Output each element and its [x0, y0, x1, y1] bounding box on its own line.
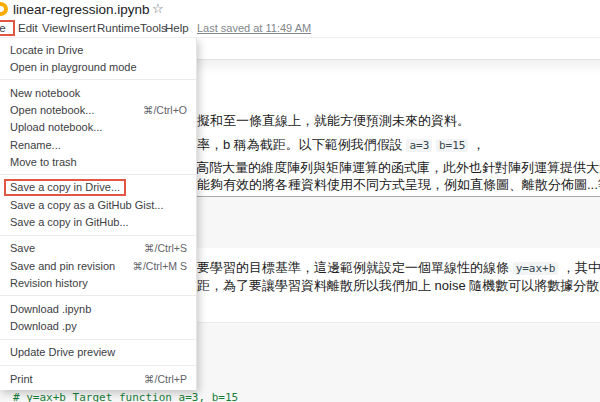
- menu-divider: [0, 174, 196, 175]
- menu-tools[interactable]: Tools: [140, 22, 167, 34]
- menu-item-label: Rename...: [10, 139, 61, 151]
- menubar: File Edit View Insert Runtime Tools Help…: [0, 19, 600, 38]
- menu-item-shortcut: ⌘/Ctrl+P: [144, 373, 187, 385]
- star-icon[interactable]: ☆: [152, 1, 164, 16]
- menu-divider: [0, 295, 196, 296]
- markdown-text: ，其中 x 為 input; y 為 ou: [562, 260, 600, 275]
- menu-file[interactable]: File: [0, 22, 6, 34]
- notebook-title[interactable]: linear-regression.ipynb: [13, 2, 150, 17]
- menu-item-save-a-copy-in-drive[interactable]: Save a copy in Drive...: [0, 179, 196, 196]
- menu-item-upload-notebook[interactable]: Upload notebook...: [0, 119, 196, 136]
- menu-item-open-in-playground-mode[interactable]: Open in playground mode: [0, 58, 196, 75]
- menu-item-label: Download .py: [10, 320, 77, 332]
- last-saved-link[interactable]: Last saved at 11:49 AM: [197, 22, 311, 34]
- markdown-line-2: 率，b 稱為截距。以下範例我們假設 a=3 b=15 ，: [197, 136, 485, 154]
- menu-item-save-a-copy-in-github[interactable]: Save a copy in GitHub...: [0, 214, 196, 231]
- colab-logo-icon: [0, 2, 8, 16]
- menu-item-label: Open notebook...: [10, 104, 94, 116]
- menu-item-label: Download .ipynb: [10, 303, 91, 315]
- menu-item-update-drive-preview[interactable]: Update Drive preview: [0, 344, 196, 361]
- menu-item-new-notebook[interactable]: New notebook: [0, 84, 196, 101]
- menu-item-save-a-copy-as-github-gist[interactable]: Save a copy as a GitHub Gist...: [0, 197, 196, 214]
- menu-insert[interactable]: Insert: [67, 22, 96, 34]
- menu-item-locate-in-drive[interactable]: Locate in Drive: [0, 41, 196, 58]
- menu-item-label: New notebook: [10, 87, 80, 99]
- colab-window: 擬和至一條直線上，就能方便預測未來的資料。 率，b 稱為截距。以下範例我們假設 …: [0, 0, 600, 402]
- menu-item-download-ipynb[interactable]: Download .ipynb: [0, 300, 196, 317]
- file-dropdown-menu: Locate in Drive Open in playground mode …: [0, 38, 197, 390]
- markdown-line-1: 擬和至一條直線上，就能方便預測未來的資料。: [197, 112, 470, 130]
- menu-divider: [0, 365, 196, 366]
- title-row: linear-regression.ipynb ☆: [0, 0, 600, 19]
- menu-item-label: Save: [10, 242, 35, 254]
- menu-divider: [0, 79, 196, 80]
- markdown-line-4: 能夠有效的將各種資料使用不同方式呈現，例如直條圖、離散分佈圖...等: [197, 176, 600, 194]
- menu-item-label: Upload notebook...: [10, 121, 102, 133]
- markdown-text: 距，為了要讓學習資料離散所以我們加上 noise 隨機數可以將數據分散。最後我們…: [197, 278, 600, 293]
- inline-code: a=3: [406, 139, 432, 152]
- menu-item-print[interactable]: Print ⌘/Ctrl+P: [0, 370, 196, 387]
- menu-help[interactable]: Help: [165, 22, 189, 34]
- menu-item-label: Move to trash: [10, 156, 77, 168]
- menu-item-open-notebook[interactable]: Open notebook... ⌘/Ctrl+O: [0, 102, 196, 119]
- menu-runtime[interactable]: Runtime: [97, 22, 140, 34]
- markdown-text: 能夠有效的將各種資料使用不同方式呈現，例如直條圖、離散分佈圖...等: [197, 177, 600, 192]
- code-comment: # y=ax+b Target function a=3, b=15: [13, 391, 238, 402]
- menu-item-move-to-trash[interactable]: Move to trash: [0, 153, 196, 170]
- header: linear-regression.ipynb ☆ File Edit View…: [0, 0, 600, 38]
- menu-divider: [0, 339, 196, 340]
- menu-item-rename[interactable]: Rename...: [0, 136, 196, 153]
- menu-item-shortcut: ⌘/Ctrl+M S: [132, 260, 187, 272]
- markdown-text: ，: [472, 137, 485, 152]
- menu-item-label: Update Drive preview: [10, 346, 115, 358]
- menu-item-revision-history[interactable]: Revision history: [0, 274, 196, 291]
- markdown-text: 率，b 稱為截距。以下範例我們假設: [197, 137, 406, 152]
- menu-item-shortcut: ⌘/Ctrl+O: [143, 104, 187, 116]
- menu-item-label: Locate in Drive: [10, 44, 83, 56]
- save-copy-annotation-box: Save a copy in Drive...: [4, 179, 126, 196]
- menu-item-label: Save a copy as a GitHub Gist...: [10, 199, 163, 211]
- menu-edit[interactable]: Edit: [18, 22, 38, 34]
- markdown-line-5: 要學習的目標基準，這邊範例就設定一個單線性的線條 y=ax+b ，其中 x 為 …: [197, 259, 600, 277]
- markdown-text: 要學習的目標基準，這邊範例就設定一個單線性的線條: [197, 260, 513, 275]
- markdown-line-6: 距，為了要讓學習資料離散所以我們加上 noise 隨機數可以將數據分散。最後我們…: [197, 277, 600, 295]
- menu-item-label: Save and pin revision: [10, 260, 115, 272]
- inline-code: y=ax+b: [513, 262, 559, 275]
- menu-item-label: Revision history: [10, 277, 88, 289]
- markdown-text: 擬和至一條直線上，就能方便預測未來的資料。: [197, 113, 470, 128]
- markdown-line-3: 高階大量的維度陣列與矩陣運算的函式庫，此外也針對陣列運算提供大量的數學函式。另: [196, 159, 600, 177]
- menu-view[interactable]: View: [42, 22, 67, 34]
- menu-item-shortcut: ⌘/Ctrl+S: [144, 242, 187, 254]
- menu-item-save[interactable]: Save ⌘/Ctrl+S: [0, 240, 196, 257]
- inline-code: b=15: [436, 139, 469, 152]
- menu-item-label: Open in playground mode: [10, 61, 137, 73]
- menu-divider: [0, 235, 196, 236]
- menu-item-save-and-pin-revision[interactable]: Save and pin revision ⌘/Ctrl+M S: [0, 257, 196, 274]
- markdown-text: 高階大量的維度陣列與矩陣運算的函式庫，此外也針對陣列運算提供大量的數學函式。另: [196, 160, 600, 175]
- menu-item-label: Print: [10, 373, 33, 385]
- menu-item-label: Save a copy in GitHub...: [10, 216, 129, 228]
- menu-item-download-py[interactable]: Download .py: [0, 318, 196, 335]
